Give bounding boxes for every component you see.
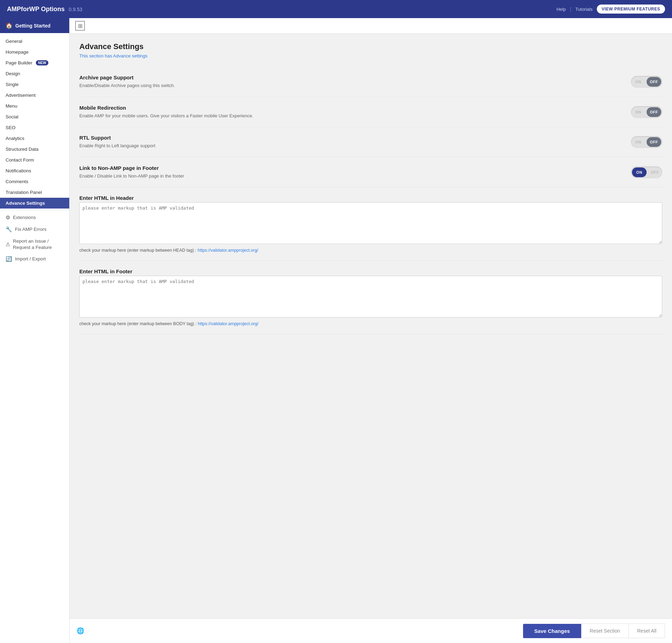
toggle-rtl-support[interactable]: ON OFF <box>631 136 662 148</box>
setting-row-archive-page-support: Archive page Support Enable/Disable Arch… <box>79 67 662 97</box>
sidebar-item-label: Translation Panel <box>6 190 42 195</box>
sidebar-item-label: Advertisement <box>6 93 35 98</box>
reset-section-button[interactable]: Reset Section <box>581 624 629 638</box>
sidebar-item-seo[interactable]: SEO <box>0 122 69 133</box>
sidebar-nav: GeneralHomepagePage BuilderNEWDesignSing… <box>0 33 69 643</box>
html-header-note: check your markup here (enter markup bet… <box>79 248 662 253</box>
sidebar-special-label: Extensions <box>13 214 36 221</box>
setting-control-mobile-redirection: ON OFF <box>631 106 662 118</box>
footer-buttons: Save Changes Reset Section Reset All <box>523 624 665 638</box>
sidebar-item-label: Homepage <box>6 49 29 55</box>
sidebar-special-extensions[interactable]: ⚙Extensions <box>0 212 69 224</box>
save-changes-button[interactable]: Save Changes <box>523 624 581 638</box>
sidebar-item-page-builder[interactable]: Page BuilderNEW <box>0 57 69 68</box>
page-subtitle: This section has Advance settings <box>79 53 662 58</box>
sidebar-item-label: General <box>6 39 22 44</box>
toggle-off-link-non-amp[interactable]: OFF <box>648 166 662 178</box>
sidebar-item-comments[interactable]: Comments <box>0 176 69 187</box>
sidebar-item-label: Design <box>6 71 20 76</box>
header-right: Help | Tutorials VIEW PREMIUM FEATURES <box>556 5 665 14</box>
toggle-on-rtl-support[interactable]: ON <box>631 136 646 148</box>
footer-globe-icon: 🌐 <box>77 627 84 635</box>
footer-bar: 🌐 Save Changes Reset Section Reset All <box>70 618 672 643</box>
tutorials-link[interactable]: Tutorials <box>575 7 592 12</box>
setting-info-archive-page-support: Archive page Support Enable/Disable Arch… <box>79 75 488 89</box>
sidebar-special-icon: 🔧 <box>6 226 12 233</box>
sidebar-special-label: Report an Issue /Request a Feature <box>13 238 52 250</box>
premium-button[interactable]: VIEW PREMIUM FEATURES <box>597 5 665 14</box>
sidebar-item-label: Advance Settings <box>6 201 45 206</box>
sidebar-item-label: Contact Form <box>6 157 34 163</box>
html-footer-label: Enter HTML in Footer <box>79 268 662 274</box>
sidebar-special-label: Import / Export <box>15 256 46 262</box>
sidebar-item-label: Social <box>6 114 18 119</box>
main-content: ⊞ Advance Settings This section has Adva… <box>70 18 672 643</box>
sidebar-special-icon: ⚠ <box>6 241 10 248</box>
reset-all-button[interactable]: Reset All <box>629 624 665 638</box>
setting-label-archive-page-support: Archive page Support <box>79 75 488 80</box>
content-area: Advance Settings This section has Advanc… <box>70 34 672 618</box>
setting-row-link-non-amp: Link to Non-AMP page in Footer Enable / … <box>79 157 662 188</box>
toggle-link-non-amp[interactable]: ON OFF <box>631 166 662 178</box>
getting-started-label: Getting Started <box>15 23 50 29</box>
setting-row-rtl-support: RTL Support Enable Right to Left languag… <box>79 127 662 157</box>
toolbar-grid-icon[interactable]: ⊞ <box>75 21 85 31</box>
setting-info-rtl-support: RTL Support Enable Right to Left languag… <box>79 135 488 149</box>
toggle-archive-page-support[interactable]: ON OFF <box>631 76 662 88</box>
help-link[interactable]: Help <box>556 7 566 12</box>
sidebar-item-advertisement[interactable]: Advertisement <box>0 90 69 101</box>
toggle-on-archive-page-support[interactable]: ON <box>631 76 646 88</box>
setting-control-archive-page-support: ON OFF <box>631 76 662 88</box>
sidebar-item-label: Single <box>6 82 19 87</box>
sidebar-divider-1 <box>0 210 69 210</box>
sidebar-item-label: Comments <box>6 179 28 184</box>
html-header-section: Enter HTML in Header check your markup h… <box>79 187 662 261</box>
html-footer-section: Enter HTML in Footer check your markup h… <box>79 261 662 334</box>
html-header-textarea[interactable] <box>79 202 662 244</box>
content-toolbar: ⊞ <box>70 18 672 34</box>
toggle-on-link-non-amp[interactable]: ON <box>632 167 647 177</box>
setting-control-rtl-support: ON OFF <box>631 136 662 148</box>
sidebar-item-structured-data[interactable]: Structured Data <box>0 144 69 155</box>
sidebar-item-notifications[interactable]: Notifications <box>0 165 69 176</box>
html-header-label: Enter HTML in Header <box>79 195 662 201</box>
sidebar-special-import-export[interactable]: 🔄Import / Export <box>0 253 69 265</box>
getting-started-item[interactable]: 🏠 Getting Started <box>0 18 69 33</box>
sidebar-item-translation-panel[interactable]: Translation Panel <box>0 187 69 198</box>
header-divider: | <box>570 6 571 12</box>
sidebar-special-report-an-issue-request-a-feature[interactable]: ⚠Report an Issue /Request a Feature <box>0 235 69 253</box>
sidebar-item-homepage[interactable]: Homepage <box>0 47 69 57</box>
setting-control-link-non-amp: ON OFF <box>631 166 662 178</box>
html-footer-textarea[interactable] <box>79 276 662 317</box>
toggle-mobile-redirection[interactable]: ON OFF <box>631 106 662 118</box>
sidebar: 🏠 Getting Started GeneralHomepagePage Bu… <box>0 18 70 643</box>
header-brand: AMPforWP Options 0.9.53 <box>7 6 82 13</box>
sidebar-item-analytics[interactable]: Analytics <box>0 133 69 144</box>
sidebar-item-social[interactable]: Social <box>0 111 69 122</box>
sidebar-item-menu[interactable]: Menu <box>0 101 69 111</box>
page-title: Advance Settings <box>79 42 662 51</box>
toggle-on-mobile-redirection[interactable]: ON <box>631 106 646 118</box>
app-title: AMPforWP Options <box>7 6 65 13</box>
html-header-validator-link[interactable]: https://validator.ampproject.org/ <box>198 248 258 253</box>
html-footer-validator-link[interactable]: https://validator.ampproject.org/ <box>198 321 258 326</box>
sidebar-item-advance-settings[interactable]: Advance Settings <box>0 198 69 209</box>
setting-row-mobile-redirection: Mobile Redirection Enable AMP for your m… <box>79 97 662 127</box>
sidebar-special-label: Fix AMP Errors <box>15 226 47 233</box>
main-layout: 🏠 Getting Started GeneralHomepagePage Bu… <box>0 18 672 643</box>
new-badge: NEW <box>36 60 48 65</box>
setting-info-link-non-amp: Link to Non-AMP page in Footer Enable / … <box>79 165 488 180</box>
sidebar-item-contact-form[interactable]: Contact Form <box>0 155 69 165</box>
sidebar-item-general[interactable]: General <box>0 36 69 47</box>
sidebar-item-label: Structured Data <box>6 147 39 152</box>
sidebar-item-design[interactable]: Design <box>0 68 69 79</box>
sidebar-item-single[interactable]: Single <box>0 79 69 90</box>
sidebar-special-fix-amp-errors[interactable]: 🔧Fix AMP Errors <box>0 224 69 235</box>
setting-label-link-non-amp: Link to Non-AMP page in Footer <box>79 165 488 171</box>
toggle-off-rtl-support[interactable]: OFF <box>647 137 661 147</box>
setting-desc-mobile-redirection: Enable AMP for your mobile users. Give y… <box>79 112 488 119</box>
toggle-off-mobile-redirection[interactable]: OFF <box>647 107 661 117</box>
setting-info-mobile-redirection: Mobile Redirection Enable AMP for your m… <box>79 105 488 119</box>
toggle-off-archive-page-support[interactable]: OFF <box>647 77 661 87</box>
setting-desc-rtl-support: Enable Right to Left language support <box>79 142 488 149</box>
